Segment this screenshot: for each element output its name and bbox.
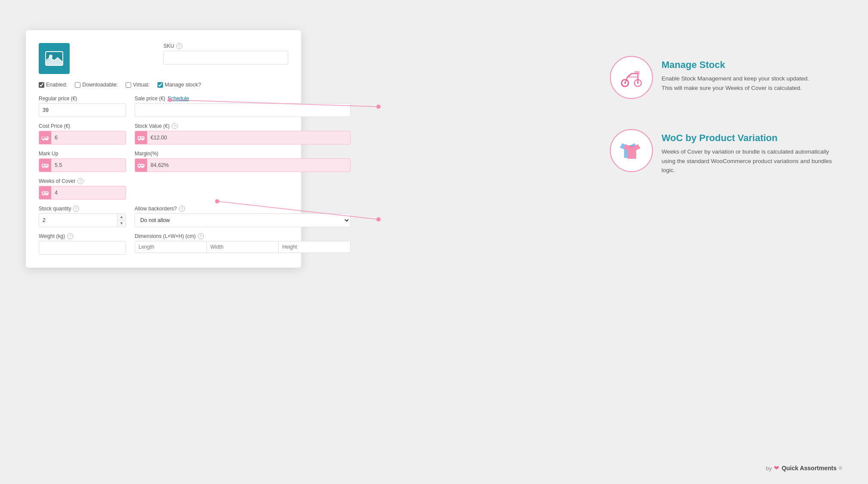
cost-price-icon — [39, 131, 51, 144]
manage-stock-text-block: Manage Stock Enable Stock Management and… — [662, 56, 809, 92]
regular-price-group: Regular price (€) — [39, 96, 126, 117]
svg-rect-16 — [45, 165, 48, 166]
svg-rect-25 — [43, 192, 44, 194]
heart-icon: ❤ — [774, 464, 779, 472]
svg-point-13 — [142, 139, 144, 141]
woc-desc: Weeks of Cover by variation or bundle is… — [662, 147, 842, 175]
svg-point-31 — [376, 105, 381, 109]
product-image[interactable] — [39, 43, 70, 74]
margin-label: Margin(%) — [135, 151, 351, 157]
dimensions-help-icon[interactable]: ? — [198, 233, 204, 239]
mark-up-icon — [39, 159, 51, 172]
svg-rect-39 — [634, 71, 640, 74]
svg-point-12 — [139, 139, 140, 141]
cost-price-input[interactable] — [51, 135, 126, 141]
mark-up-label: Mark Up — [39, 151, 126, 157]
manage-stock-desc: Enable Stock Management and keep your st… — [662, 74, 809, 92]
stock-value-icon — [135, 131, 147, 144]
cost-price-wrapper — [39, 131, 126, 145]
checkboxes-row: Enabled: Downloadable: Virtual: Manage s… — [39, 82, 288, 88]
stock-value-help-icon[interactable]: ? — [172, 123, 178, 129]
annotations-panel: Manage Stock Enable Stock Management and… — [610, 56, 842, 175]
allow-backorders-label: Allow backorders? ? — [135, 206, 351, 212]
dimensions-inputs — [135, 241, 351, 253]
regular-price-input[interactable] — [39, 103, 126, 117]
manage-stock-title: Manage Stock — [662, 59, 809, 71]
main-container: SKU ? Enabled: Downloadable: Virtual: Ma… — [0, 0, 868, 484]
stock-value-group: Stock Value (€) ? — [135, 123, 351, 145]
woc-circle — [610, 129, 653, 172]
sale-price-group: Sale price (€) Schedule — [135, 96, 351, 117]
woc-text-block: WoC by Product Variation Weeks of Cover … — [662, 129, 842, 175]
svg-point-27 — [43, 194, 44, 196]
svg-point-18 — [46, 167, 48, 168]
sale-price-input[interactable] — [135, 103, 351, 117]
manage-stock-checkbox-item: Manage stock? — [157, 82, 201, 88]
svg-point-6 — [43, 139, 44, 141]
stock-value-wrapper — [135, 131, 351, 145]
margin-icon — [135, 159, 147, 172]
weight-help-icon[interactable]: ? — [67, 233, 73, 239]
manage-stock-checkbox[interactable] — [157, 82, 163, 88]
stock-value-input[interactable] — [147, 135, 350, 141]
svg-point-17 — [43, 167, 44, 168]
stock-quantity-wrapper: ▲ ▼ — [39, 213, 126, 227]
weight-label: Weight (kg) ? — [39, 233, 126, 239]
woc-help-icon[interactable]: ? — [77, 178, 83, 184]
virtual-label: Virtual: — [133, 82, 150, 88]
enabled-checkbox[interactable] — [39, 82, 44, 88]
margin-group: Margin(%) — [135, 151, 351, 172]
svg-rect-8 — [42, 136, 46, 138]
stock-quantity-group: Stock quantity ? ▲ ▼ — [39, 206, 126, 227]
woc-annotation: WoC by Product Variation Weeks of Cover … — [610, 129, 842, 175]
height-input[interactable] — [279, 241, 350, 253]
mark-up-wrapper — [39, 158, 126, 172]
woc-icon — [39, 186, 51, 199]
svg-point-22 — [139, 167, 140, 168]
stock-qty-down[interactable]: ▼ — [117, 221, 126, 227]
virtual-checkbox[interactable] — [126, 82, 131, 88]
brand-name: Quick Assortments — [782, 465, 837, 472]
backorders-help-icon[interactable]: ? — [179, 206, 185, 212]
svg-rect-11 — [141, 137, 144, 138]
weight-input[interactable] — [39, 241, 126, 255]
enabled-label: Enabled: — [46, 82, 67, 88]
dimensions-group: Dimensions (L×W×H) (cm) ? — [135, 233, 351, 255]
manage-stock-annotation: Manage Stock Enable Stock Management and… — [610, 56, 842, 99]
svg-point-7 — [46, 139, 48, 141]
branding: by ❤ Quick Assortments ® — [766, 464, 842, 472]
svg-rect-21 — [141, 165, 144, 166]
svg-rect-20 — [139, 165, 140, 166]
margin-input[interactable] — [147, 162, 350, 168]
weeks-of-cover-wrapper — [39, 186, 126, 200]
cost-price-label: Cost Price (€) — [39, 123, 126, 129]
mark-up-input[interactable] — [51, 162, 126, 168]
fields-grid: Regular price (€) Sale price (€) Schedul… — [39, 96, 288, 255]
manage-stock-circle — [610, 56, 653, 99]
stock-qty-help-icon[interactable]: ? — [73, 206, 79, 212]
enabled-checkbox-item: Enabled: — [39, 82, 67, 88]
stock-quantity-label: Stock quantity ? — [39, 206, 126, 212]
weeks-of-cover-input[interactable] — [51, 190, 126, 196]
sku-help-icon[interactable]: ? — [176, 43, 182, 49]
stock-quantity-input[interactable] — [39, 217, 117, 223]
dimensions-label: Dimensions (L×W×H) (cm) ? — [135, 233, 351, 239]
downloadable-label: Downloadable: — [82, 82, 118, 88]
sale-price-label: Sale price (€) Schedule — [135, 96, 351, 102]
downloadable-checkbox[interactable] — [75, 82, 80, 88]
weeks-of-cover-label: Weeks of Cover ? — [39, 178, 126, 184]
svg-point-23 — [142, 167, 144, 168]
allow-backorders-select[interactable]: Do not allow Allow Allow, but notify cus… — [135, 213, 351, 227]
stock-value-label: Stock Value (€) ? — [135, 123, 351, 129]
width-input[interactable] — [207, 241, 279, 253]
svg-point-34 — [376, 217, 381, 222]
stock-qty-up[interactable]: ▲ — [117, 214, 126, 221]
woc-spacer — [135, 178, 351, 200]
length-input[interactable] — [135, 241, 207, 253]
svg-rect-15 — [43, 165, 44, 166]
manage-stock-label: Manage stock? — [165, 82, 201, 88]
schedule-link[interactable]: Schedule — [167, 96, 189, 102]
by-label: by — [766, 465, 772, 472]
mark-up-group: Mark Up — [39, 151, 126, 172]
sku-input[interactable] — [163, 51, 288, 65]
